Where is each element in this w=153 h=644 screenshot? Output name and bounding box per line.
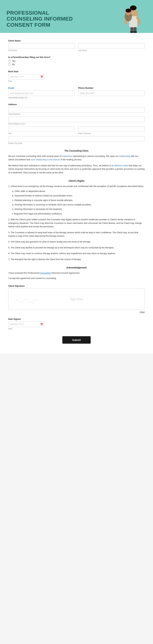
- page-title: PROFESSIONAL COUNSELING INFORMED CONSENT…: [6, 10, 84, 33]
- clients-rights-title: Client's Rights: [8, 180, 145, 182]
- rights-item-5: 5. The Client may decline to proceed the…: [8, 246, 145, 249]
- signature-section: Client Signature Sign Here Clear: [8, 285, 145, 313]
- city-group: City: [8, 126, 75, 134]
- acknowledgement-title: Acknowledgement: [8, 266, 145, 269]
- phone-input[interactable]: [78, 90, 145, 96]
- form-container: Client Name First Name Last Name Is a Pa…: [0, 33, 153, 354]
- last-name-input[interactable]: [78, 43, 145, 49]
- signature-box[interactable]: Sign Here: [8, 288, 145, 310]
- radio-yes-input[interactable]: [8, 60, 11, 62]
- radio-no[interactable]: No: [8, 63, 145, 66]
- counseling-clinic-section: The Counseling Clinic We are a licensed …: [8, 150, 145, 174]
- radio-yes[interactable]: Yes: [8, 60, 145, 62]
- rights-sub-d: d. Sharing information is necessary to f…: [12, 203, 145, 206]
- birth-date-label: Birth Date: [8, 70, 145, 73]
- rights-sub-f: f. Requests from legal and administrativ…: [12, 212, 145, 216]
- rights-item-3: 3. The Counselor is allowed to keep brie…: [8, 231, 145, 238]
- header-illustration: [100, 0, 153, 33]
- birth-date-wrap: 📅: [8, 74, 44, 80]
- email-group: Email example@example.com: [8, 87, 75, 98]
- parent-guardian-section: Is a Parent/Guardian filling out this fo…: [8, 56, 145, 66]
- acknowledgement-section: Acknowledgement I have reviewed this Pro…: [8, 266, 145, 280]
- first-name-input[interactable]: [8, 43, 75, 49]
- postal-label: Postal / Zip Code: [8, 142, 145, 144]
- radio-no-label: No: [12, 63, 15, 66]
- phone-label: Phone Number: [78, 87, 145, 89]
- ack-line2: I accept this agreement and consent to c…: [8, 276, 145, 280]
- state-group: State / Province: [78, 126, 145, 134]
- radio-no-input[interactable]: [8, 63, 11, 66]
- rights-item-4: 4. The Client may ask questions on what …: [8, 240, 145, 244]
- birth-date-sublabel: Date: [8, 80, 145, 82]
- street-address2-input[interactable]: [8, 117, 145, 122]
- clear-signature-button[interactable]: Clear: [140, 311, 145, 313]
- last-name-label: Last Name: [78, 49, 145, 51]
- svg-point-11: [133, 31, 137, 33]
- email-phone-section: Email example@example.com Phone Number: [8, 87, 145, 98]
- counseling-clinic-para1: We are a licensed counseling clinic with…: [8, 154, 145, 162]
- counseling-clinic-title: The Counseling Clinic: [8, 150, 145, 152]
- counseling-clinic-para2: We believe that each individual is uniqu…: [8, 164, 145, 174]
- rights-item-1: 1. Unless there is an emergency, all the…: [8, 184, 145, 216]
- street-address2-label: Street Address Line 2: [8, 123, 145, 125]
- email-label: Email: [8, 87, 75, 89]
- address-label: Address: [8, 103, 145, 106]
- radio-yes-label: Yes: [12, 60, 16, 62]
- submit-wrap: Submit: [8, 336, 145, 344]
- street-address-label: Street Address: [8, 113, 145, 115]
- ack-link[interactable]: Counseling: [40, 272, 51, 274]
- ack-line1: I have reviewed this Professional Counse…: [8, 271, 145, 275]
- last-name-group: Last Name: [78, 43, 145, 51]
- email-label-text: Email: [8, 87, 14, 89]
- city-input[interactable]: [8, 126, 75, 132]
- street-address-input[interactable]: [8, 107, 145, 112]
- rights-sub-e: e. Sharing information is necessary for …: [12, 207, 145, 211]
- city-label: City: [8, 132, 75, 134]
- rights-list: 1. Unless there is an emergency, all the…: [8, 184, 145, 261]
- client-name-section: Client Name First Name Last Name: [8, 40, 145, 51]
- date-signed-input[interactable]: [8, 322, 44, 327]
- signature-scribble-icon: [13, 296, 40, 305]
- date-signed-label: Date Signed: [8, 318, 145, 320]
- state-input[interactable]: [78, 126, 145, 132]
- signature-label: Client Signature: [8, 285, 145, 287]
- date-signed-wrap: 📅: [8, 322, 44, 327]
- rights-item-2: 2. With the Client's prior written conse…: [8, 218, 145, 228]
- rights-sub-b: b. Expressed threats of violence toward …: [12, 194, 145, 197]
- birth-date-section: Birth Date 📅 Date: [8, 70, 145, 82]
- signature-placeholder-text: Sign Here: [70, 298, 83, 301]
- phone-group: Phone Number: [78, 87, 145, 98]
- date-signed-sublabel: Date: [8, 328, 145, 330]
- submit-button[interactable]: Submit: [62, 336, 91, 344]
- page-header: PROFESSIONAL COUNSELING INFORMED CONSENT…: [0, 0, 153, 33]
- rights-sub-a: a. Child, elder or dependant abuse,: [12, 190, 145, 193]
- rights-item-7: 7. The therapist has the right to dismis…: [8, 258, 145, 261]
- rights-sub-c: c. Detailed planning or concrete signs o…: [12, 198, 145, 202]
- rights-item-6: 6. The Client may cease to continue ther…: [8, 252, 145, 255]
- parent-guardian-label: Is a Parent/Guardian filling out this fo…: [8, 56, 145, 58]
- birth-date-input[interactable]: [8, 74, 44, 80]
- date-signed-section: Date Signed 📅 Date: [8, 318, 145, 330]
- client-name-label: Client Name: [8, 40, 145, 42]
- email-sublabel: example@example.com: [8, 96, 75, 98]
- email-input[interactable]: [8, 90, 75, 96]
- clients-rights-section: Client's Rights 1. Unless there is an em…: [8, 180, 145, 261]
- svg-point-7: [126, 8, 131, 12]
- rights-sublist-1: a. Child, elder or dependant abuse, b. E…: [12, 190, 145, 216]
- parent-guardian-radio-group: Yes No: [8, 60, 145, 66]
- address-section: Address Street Address Street Address Li…: [8, 103, 145, 144]
- state-label: State / Province: [78, 132, 145, 134]
- postal-input[interactable]: [8, 136, 145, 142]
- first-name-label: First Name: [8, 49, 75, 51]
- first-name-group: First Name: [8, 43, 75, 51]
- clear-button-wrap: Clear: [8, 310, 145, 313]
